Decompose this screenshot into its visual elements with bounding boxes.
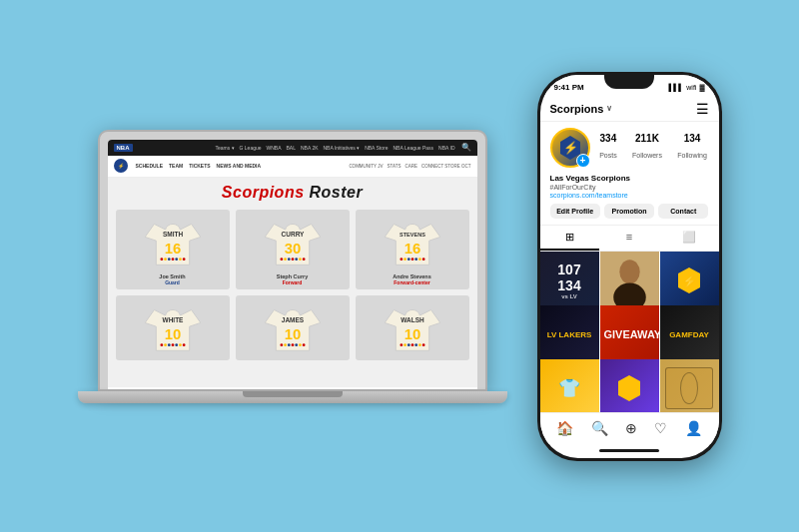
nav-team[interactable]: TEAM [169, 163, 183, 169]
score-value: 107134 [544, 262, 595, 293]
svg-point-31 [167, 343, 170, 346]
svg-point-23 [410, 258, 413, 261]
svg-point-50 [410, 343, 413, 346]
following-count: 134 [677, 133, 707, 144]
player-card-curry[interactable]: CURRY 30 [236, 210, 350, 289]
followers-count: 211K [632, 133, 662, 144]
svg-point-26 [421, 258, 424, 261]
grid-photo-4[interactable]: LV LAKERS [540, 305, 599, 364]
nba-nav-bal[interactable]: BAL [287, 145, 296, 151]
phone-notch [604, 75, 654, 89]
phone: 9:41 PM ▌▌▌ wifi ▓ Scorpions ∨ ☰ [537, 72, 722, 461]
player-card-stevens[interactable]: STEVENS 16 [356, 210, 469, 289]
svg-marker-61 [618, 375, 640, 401]
svg-point-11 [280, 258, 283, 261]
nba-nav-initiatives[interactable]: NBA Initiatives ▾ [324, 145, 361, 151]
nav-add-icon[interactable]: ⊕ [625, 420, 637, 436]
grid-photo-2[interactable] [600, 252, 659, 310]
grid-photo-5-giveaway[interactable]: GIVEAWAY [600, 305, 659, 364]
jersey-img-stevens: STEVENS 16 [383, 216, 442, 270]
add-story-button[interactable]: + [576, 154, 590, 168]
insta-link[interactable]: scorpions.com/teamstore [550, 192, 709, 199]
insta-handle: #AllForOurCity [550, 184, 709, 191]
player-card-smith[interactable]: SMITH 16 [116, 210, 230, 289]
contact-button[interactable]: Contact [658, 204, 708, 219]
grid-photo-3[interactable]: ⚡ [660, 252, 719, 310]
hamburger-icon[interactable]: ☰ [696, 101, 709, 117]
edit-profile-button[interactable]: Edit Profile [550, 204, 600, 219]
logo-icon-2 [614, 373, 644, 403]
nba-nav-store[interactable]: NBA Store [365, 145, 388, 151]
nav-care[interactable]: CARE [404, 164, 417, 169]
nav-profile-icon[interactable]: 👤 [685, 420, 702, 436]
tab-list[interactable]: ≡ [599, 226, 659, 251]
svg-point-2 [160, 258, 163, 261]
nav-community[interactable]: COMMUNITY JV [349, 164, 383, 169]
laptop-base-notch [243, 391, 343, 397]
nba-nav-wnba[interactable]: WNBA [267, 145, 282, 151]
svg-point-3 [164, 258, 167, 261]
nba-nav-pass[interactable]: NBA League Pass [394, 145, 434, 151]
insta-profile-section: ⚡ + 334 Posts 211K Followers [540, 122, 719, 225]
grid-photo-1[interactable]: 107134 vs LV [540, 252, 599, 310]
svg-text:10: 10 [284, 326, 301, 342]
search-icon[interactable]: 🔍 [461, 143, 471, 152]
nba-nav-2k[interactable]: NBA 2K [301, 145, 319, 151]
insta-photo-grid: 107134 vs LV ⚡ [540, 252, 719, 412]
nav-schedule[interactable]: SCHEDULE [136, 163, 164, 169]
posts-label: Posts [599, 152, 617, 159]
nba-nav-id[interactable]: NBA ID [438, 145, 454, 151]
tab-grid[interactable]: ⊞ [540, 226, 600, 251]
svg-point-44 [302, 343, 305, 346]
svg-point-16 [299, 258, 302, 261]
player-card-james[interactable]: JAMES 10 [236, 295, 350, 360]
player-card-walsh[interactable]: WALSH 10 [356, 295, 469, 360]
grid-photo-6-gameday[interactable]: GAMFDAY [660, 305, 719, 364]
svg-point-39 [284, 343, 287, 346]
nav-stats[interactable]: STATS [388, 164, 401, 169]
scene: NBA Teams ▾ G League WNBA BAL NBA 2K NBA… [0, 0, 799, 532]
team-nav-links: SCHEDULE TEAM TICKETS NEWS AND MEDIA [136, 163, 262, 169]
chevron-down-icon[interactable]: ∨ [606, 104, 612, 113]
gameday-label: GAMFDAY [664, 330, 715, 339]
nav-home-icon[interactable]: 🏠 [556, 420, 573, 436]
svg-point-53 [421, 343, 424, 346]
nav-search-icon[interactable]: 🔍 [591, 420, 608, 436]
tab-tagged[interactable]: ⬜ [659, 226, 719, 251]
insta-stat-following[interactable]: 134 Following [677, 133, 707, 162]
insta-stat-followers[interactable]: 211K Followers [632, 133, 662, 162]
logo-icon: ⚡ [674, 266, 704, 295]
insta-stats: 334 Posts 211K Followers 134 Following [598, 133, 709, 162]
nav-tickets[interactable]: TICKETS [189, 163, 210, 169]
giveaway-text: GIVEAWAY [600, 324, 659, 344]
nav-news[interactable]: NEWS AND MEDIA [217, 163, 262, 169]
grid-photo-7[interactable]: 👕 [540, 359, 599, 412]
svg-point-43 [299, 343, 302, 346]
tag-icon: ⬜ [682, 231, 696, 244]
grid-photo-9-court[interactable] [660, 359, 719, 412]
nba-nav-teams[interactable]: Teams ▾ [215, 145, 234, 151]
svg-point-8 [182, 258, 185, 261]
player-card-white[interactable]: WHITE 10 [116, 295, 230, 360]
promotion-button[interactable]: Promotion [604, 204, 654, 219]
jersey-img-curry: CURRY 30 [263, 216, 323, 270]
nav-store-team[interactable]: CONNECT STORE OCT [421, 164, 471, 169]
laptop: NBA Teams ▾ G League WNBA BAL NBA 2K NBA… [98, 130, 487, 391]
insta-avatar: ⚡ + [550, 128, 590, 168]
nba-nav-gleague[interactable]: G League [240, 145, 262, 151]
svg-text:WALSH: WALSH [400, 316, 424, 323]
svg-point-15 [295, 258, 298, 261]
svg-point-22 [406, 258, 409, 261]
jersey-grid: SMITH 16 [116, 210, 469, 360]
svg-point-42 [295, 343, 298, 346]
svg-point-32 [171, 343, 174, 346]
followers-label: Followers [632, 152, 662, 159]
phone-home-bar [540, 444, 719, 458]
team-nav: ⚡ SCHEDULE TEAM TICKETS NEWS AND MEDIA C… [108, 156, 477, 178]
svg-point-35 [182, 343, 185, 346]
nba-nav-items: Teams ▾ G League WNBA BAL NBA 2K NBA Ini… [139, 145, 455, 151]
nav-heart-icon[interactable]: ♡ [654, 420, 667, 436]
grid-photo-8[interactable] [600, 359, 659, 412]
jersey-img-james: JAMES 10 [263, 301, 323, 356]
insta-username: Scorpions ∨ [550, 103, 613, 115]
